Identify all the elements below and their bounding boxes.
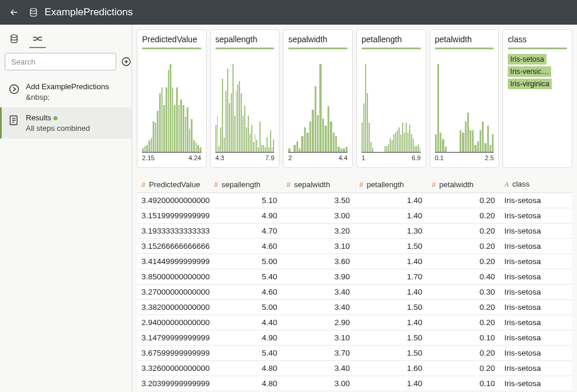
histogram-bar xyxy=(390,138,391,152)
table-cell: 1.40 xyxy=(355,315,427,330)
table-row[interactable]: 3.41449999999999855.003.601.400.20Iris-s… xyxy=(137,254,572,269)
histogram-bar xyxy=(338,147,339,152)
table-row[interactable]: 3.32600000000000204.803.401.600.20Iris-s… xyxy=(137,361,572,376)
table-cell: 0.10 xyxy=(427,330,500,346)
data-table: #PredictedValue#sepallength#sepalwidth#p… xyxy=(137,176,572,392)
sidebar-item-results[interactable]: Results All steps combined xyxy=(0,107,131,138)
histogram-bar xyxy=(189,129,191,152)
histogram-bar xyxy=(414,146,416,152)
column-summary-card[interactable]: classIris-setosaIris-versic…Iris-virgini… xyxy=(502,29,572,168)
class-badge: Iris-virginica xyxy=(508,79,552,89)
column-header[interactable]: #petallength xyxy=(355,176,427,193)
histogram-bar xyxy=(229,103,230,152)
histogram-bar xyxy=(234,116,235,153)
table-cell: 0.20 xyxy=(427,361,500,376)
histogram-bar xyxy=(239,81,240,152)
table-cell: 3.40 xyxy=(282,300,355,315)
table-cell: 3.2700000000000020 xyxy=(137,285,210,300)
table-cell: 2.90 xyxy=(282,315,355,330)
histogram-bar xyxy=(248,116,249,153)
column-header[interactable]: #sepallength xyxy=(210,176,282,193)
svg-point-1 xyxy=(11,35,18,38)
table-cell: 3.1479999999999975 xyxy=(137,330,210,346)
column-summary-card[interactable]: sepalwidth24.4 xyxy=(283,29,353,168)
table-row[interactable]: 3.49200000000000045.103.501.400.20Iris-s… xyxy=(137,193,572,208)
tab-datasets[interactable] xyxy=(7,31,21,47)
table-cell: 3.1526666666666650 xyxy=(137,239,210,254)
histogram-bar xyxy=(261,145,262,153)
histogram-bar xyxy=(255,134,256,152)
table-cell: 1.40 xyxy=(355,254,427,269)
table-cell: 1.50 xyxy=(355,239,427,254)
table-row[interactable]: 2.94000000000000104.402.901.400.20Iris-s… xyxy=(137,315,572,330)
column-summary-card[interactable]: petalwidth0.12.5 xyxy=(430,29,500,168)
column-summary-card[interactable]: PredictedValue2.154.24 xyxy=(137,29,207,168)
table-row[interactable]: 3.38200000000000145.003.401.500.20Iris-s… xyxy=(137,300,572,315)
status-dot xyxy=(53,116,58,120)
table-cell: 1.70 xyxy=(355,269,427,285)
histogram-bar xyxy=(263,145,264,153)
histogram-cards-row: PredictedValue2.154.24sepallength4.37.9s… xyxy=(137,29,572,168)
histogram-bar xyxy=(304,127,306,152)
table-row[interactable]: 3.15266666666666504.603.101.500.20Iris-s… xyxy=(137,239,572,254)
table-cell: Iris-setosa xyxy=(500,254,572,269)
table-row[interactable]: 3.20399999999999904.803.001.400.10Iris-s… xyxy=(137,376,572,391)
svg-point-3 xyxy=(10,85,19,94)
histogram-bar xyxy=(256,140,257,152)
table-cell: Iris-setosa xyxy=(500,239,572,254)
histogram-bar xyxy=(146,145,148,152)
card-title: sepallength xyxy=(215,35,275,44)
column-summary-card[interactable]: petallength16.9 xyxy=(356,29,426,168)
card-underline xyxy=(142,48,201,49)
sidebar: Add ExamplePredictions &nbsp; Results Al… xyxy=(0,25,132,392)
add-button[interactable] xyxy=(121,55,131,68)
app-header: ExamplePredictions xyxy=(0,0,577,25)
table-row[interactable]: 3.14799999999999754.903.101.500.10Iris-s… xyxy=(137,330,572,346)
sidebar-item-sublabel: &nbsp; xyxy=(26,93,109,102)
histogram-bar xyxy=(195,143,197,152)
histogram-bar xyxy=(460,130,461,153)
histogram-bar xyxy=(367,93,368,152)
table-cell: 3.6759999999999980 xyxy=(137,346,210,361)
svg-point-0 xyxy=(31,8,37,11)
histogram-bar xyxy=(362,123,363,152)
table-row[interactable]: 3.27000000000000204.603.401.400.30Iris-s… xyxy=(137,285,572,300)
histogram-bar xyxy=(462,133,464,152)
histogram-bar xyxy=(155,123,157,152)
histogram-bar xyxy=(174,105,176,152)
histogram-bar xyxy=(268,147,269,152)
tab-flow[interactable] xyxy=(31,31,45,47)
histogram: 2.154.24 xyxy=(142,54,201,160)
column-header[interactable]: #sepalwidth xyxy=(282,176,355,193)
histogram-bar xyxy=(178,105,180,152)
table-row[interactable]: 3.85000000000000305.403.901.700.40Iris-s… xyxy=(137,269,572,285)
histogram-bar xyxy=(157,111,158,152)
histogram-bar xyxy=(437,64,439,152)
sidebar-item-add[interactable]: Add ExamplePredictions &nbsp; xyxy=(0,76,131,107)
table-row[interactable]: 3.15199999999999974.903.001.400.20Iris-s… xyxy=(137,208,572,224)
table-cell: Iris-setosa xyxy=(500,376,572,391)
histogram-bar xyxy=(442,139,444,153)
histogram-bar xyxy=(400,134,401,152)
table-cell: 3.1933333333333325 xyxy=(137,224,210,239)
histogram-bar xyxy=(163,105,165,152)
table-cell: 3.1519999999999997 xyxy=(137,208,210,224)
card-underline xyxy=(362,48,421,49)
search-input[interactable] xyxy=(5,53,116,70)
column-header[interactable]: Aclass xyxy=(500,176,572,193)
table-cell: 3.2039999999999990 xyxy=(137,376,210,391)
column-summary-card[interactable]: sepallength4.37.9 xyxy=(210,29,280,168)
table-row[interactable]: 3.19333333333333254.703.201.300.20Iris-s… xyxy=(137,224,572,239)
column-header[interactable]: #petalwidth xyxy=(427,176,500,193)
column-header[interactable]: #PredictedValue xyxy=(137,176,210,193)
content-area: PredictedValue2.154.24sepallength4.37.9s… xyxy=(132,25,577,392)
table-cell: 1.60 xyxy=(355,361,427,376)
histogram-bar xyxy=(222,79,223,152)
page-title-text: ExamplePredictions xyxy=(45,6,133,18)
histogram-bar xyxy=(144,146,146,152)
back-button[interactable] xyxy=(7,5,21,19)
table-row[interactable]: 3.67599999999999805.403.701.500.20Iris-s… xyxy=(137,346,572,361)
histogram: 24.4 xyxy=(288,54,347,160)
number-type-icon: # xyxy=(141,181,146,189)
table-cell: 3.40 xyxy=(282,361,355,376)
